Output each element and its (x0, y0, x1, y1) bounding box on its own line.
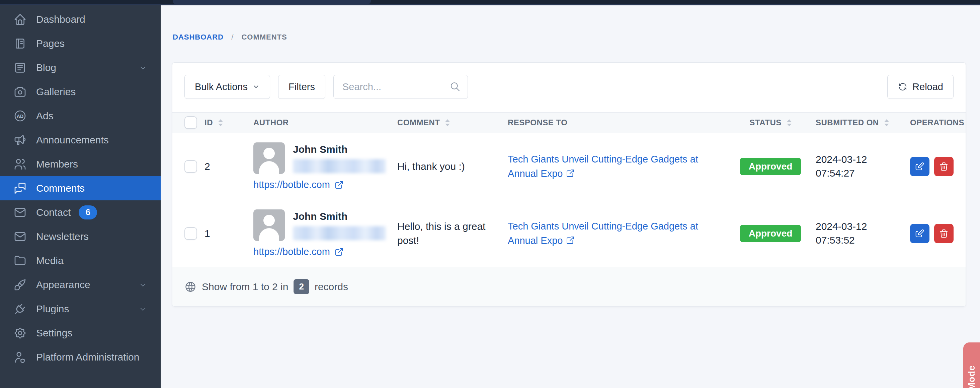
redacted-email (293, 159, 386, 173)
mail-icon (13, 206, 27, 219)
author-website-link[interactable]: https://botble.com (253, 179, 330, 190)
edit-button[interactable] (910, 224, 929, 243)
messages-icon (13, 182, 27, 195)
sidebar-item-plugins[interactable]: Plugins (0, 297, 161, 321)
chevron-down-icon (138, 281, 147, 289)
sidebar-item-platform-administration[interactable]: Platform Administration (0, 345, 161, 369)
status-cell: Approved (725, 225, 816, 242)
sort-carets-icon (218, 119, 223, 126)
bulk-actions-button[interactable]: Bulk Actions (185, 75, 270, 99)
sidebar-item-label: Ads (36, 110, 54, 121)
sidebar-item-label: Platform Administration (36, 351, 139, 363)
reload-label: Reload (912, 81, 943, 93)
row-checkbox[interactable] (185, 160, 197, 173)
sidebar-item-label: Contact (36, 207, 71, 218)
sidebar-item-ads[interactable]: AD Ads (0, 104, 161, 128)
breadcrumb-dashboard-link[interactable]: DASHBOARD (173, 33, 224, 41)
users-icon (13, 158, 27, 171)
column-header-response-to[interactable]: RESPONSE TO (508, 118, 725, 127)
author-website-link[interactable]: https://botble.com (253, 246, 330, 257)
megaphone-icon (13, 133, 27, 147)
delete-button[interactable] (934, 157, 953, 176)
id-cell: 1 (205, 228, 253, 239)
row-checkbox[interactable] (185, 227, 197, 240)
sidebar-item-media[interactable]: Media (0, 249, 161, 273)
select-all-checkbox[interactable] (185, 116, 197, 129)
sidebar-item-newsletters[interactable]: Newsletters (0, 225, 161, 249)
trash-icon (939, 161, 949, 172)
records-summary-prefix: Show from 1 to 2 in (202, 281, 288, 292)
comment-cell: Hello, this is a great post! (397, 219, 508, 247)
table-row: 1 John Smith https://botble.com (172, 200, 966, 267)
user-shield-icon (13, 350, 27, 364)
redacted-email (293, 226, 386, 240)
search-icon (450, 81, 461, 92)
sidebar-item-members[interactable]: Members (0, 152, 161, 176)
sidebar-item-label: Comments (36, 183, 85, 194)
sidebar-item-galleries[interactable]: Galleries (0, 80, 161, 104)
camera-icon (13, 85, 27, 99)
status-badge: Approved (740, 225, 801, 242)
status-badge: Approved (740, 158, 801, 175)
column-label: COMMENT (397, 118, 440, 127)
row-select-cell (185, 227, 205, 240)
sidebar-item-contact[interactable]: Contact 6 (0, 200, 161, 225)
main-content: DASHBOARD / COMMENTS Bulk Actions Filter… (161, 5, 980, 388)
sidebar-item-label: Newsletters (36, 231, 89, 242)
column-header-comment[interactable]: COMMENT (397, 118, 508, 127)
breadcrumb-current: COMMENTS (241, 33, 287, 41)
contact-count-badge: 6 (79, 205, 97, 219)
top-search-pill[interactable] (173, 0, 371, 4)
sidebar-item-label: Plugins (36, 303, 69, 315)
brush-icon (13, 278, 27, 292)
submitted-on-cell: 2024-03-12 07:54:27 (816, 153, 910, 180)
filters-label: Filters (288, 81, 315, 93)
sidebar-item-pages[interactable]: Pages (0, 32, 161, 56)
column-header-id[interactable]: ID (205, 118, 253, 127)
filters-button[interactable]: Filters (278, 75, 325, 99)
bulk-actions-label: Bulk Actions (195, 81, 248, 93)
column-header-status[interactable]: STATUS (725, 118, 816, 127)
edit-icon (915, 161, 925, 172)
column-label: AUTHOR (253, 118, 289, 127)
debug-mode-ribbon[interactable]: Debug Mode (963, 342, 980, 388)
external-link-icon (565, 235, 575, 245)
sidebar-item-label: Dashboard (36, 14, 85, 25)
gear-icon (13, 326, 27, 340)
comment-cell: Hi, thank you :) (397, 160, 508, 174)
response-post-link[interactable]: Tech Giants Unveil Cutting-Edge Gadgets … (508, 219, 722, 247)
comment-text: Hello, this is a great post! (397, 219, 508, 247)
sidebar-item-label: Media (36, 255, 64, 267)
chevron-down-icon (138, 305, 147, 313)
search-box (333, 75, 468, 99)
sidebar-item-announcements[interactable]: Announcements (0, 128, 161, 152)
external-link-icon (334, 180, 344, 190)
sidebar-item-label: Galleries (36, 86, 76, 97)
sidebar-item-settings[interactable]: Settings (0, 321, 161, 345)
delete-button[interactable] (934, 224, 953, 243)
column-header-submitted-on[interactable]: SUBMITTED ON (816, 118, 910, 127)
avatar (253, 209, 285, 241)
trash-icon (939, 228, 949, 239)
operations-cell (910, 157, 953, 176)
sidebar-item-dashboard[interactable]: Dashboard (0, 7, 161, 32)
table-header-row: ID AUTHOR COMMENT RESPONSE TO STATUS SUB… (172, 112, 966, 133)
response-post-link[interactable]: Tech Giants Unveil Cutting-Edge Gadgets … (508, 152, 722, 180)
sidebar-item-blog[interactable]: Blog (0, 56, 161, 80)
response-to-cell: Tech Giants Unveil Cutting-Edge Gadgets … (508, 152, 725, 180)
top-navbar (0, 0, 980, 5)
sidebar-item-appearance[interactable]: Appearance (0, 273, 161, 297)
column-header-author[interactable]: AUTHOR (253, 118, 397, 127)
reload-button[interactable]: Reload (887, 75, 953, 99)
table-toolbar: Bulk Actions Filters Reload (172, 63, 966, 112)
row-select-cell (185, 160, 205, 173)
sidebar-item-comments[interactable]: Comments (0, 176, 161, 200)
search-input[interactable] (333, 75, 468, 99)
sort-carets-icon (884, 119, 889, 126)
mail-icon (13, 230, 27, 243)
edit-button[interactable] (910, 157, 929, 176)
sidebar: Dashboard Pages Blog Galleries AD Ads An… (0, 5, 161, 388)
operations-cell (910, 224, 953, 243)
column-label: OPERATIONS (910, 118, 964, 127)
sidebar-item-label: Members (36, 158, 78, 170)
